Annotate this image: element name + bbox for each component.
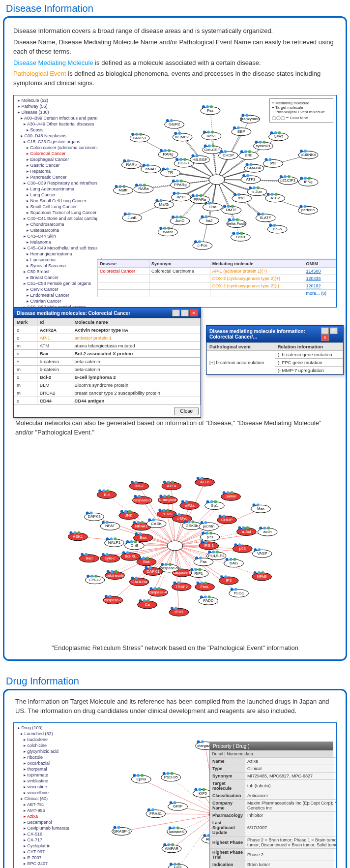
tree-item[interactable]: ▸ oxcarbazial xyxy=(16,760,99,766)
svg-text:fra2: fra2 xyxy=(206,218,213,223)
tree-item[interactable]: ▸ buclodene xyxy=(16,737,99,743)
svg-text:perforin: perforin xyxy=(301,208,315,213)
tree-item[interactable]: ▸ vinblastine xyxy=(16,778,99,784)
tree-item[interactable]: ▸ Hemangiopericytoma xyxy=(16,251,99,257)
tree-item[interactable]: ▸ ABT-751 xyxy=(16,802,99,807)
svg-point-635 xyxy=(201,741,204,744)
tree-item[interactable]: ▸ A00–B99 Certain infectious and parasit… xyxy=(16,115,99,121)
svg-point-165 xyxy=(166,119,169,122)
tree-item[interactable]: ▸ C00–D48 Neoplasms xyxy=(16,133,99,139)
tree-item[interactable]: ▸ vincristine xyxy=(16,784,99,790)
tree-item[interactable]: ▸ E-7007 xyxy=(16,855,99,861)
svg-point-409 xyxy=(73,531,76,534)
svg-point-324 xyxy=(224,575,227,578)
svg-point-120 xyxy=(155,199,158,202)
svg-text:Bcl-6: Bcl-6 xyxy=(273,227,282,231)
tree-item[interactable]: ▸ C30–C39 Respiratory and intrathoracic xyxy=(16,180,99,186)
tree-item[interactable]: ▸ Drug (100) xyxy=(16,725,99,731)
svg-point-84 xyxy=(194,240,197,243)
tree-item[interactable]: ▸ C50 Breast xyxy=(16,269,99,275)
tree-item[interactable]: ▸ CX-717 xyxy=(16,837,99,843)
tree-item[interactable]: ▸ C60–C63 Male genital organs xyxy=(16,304,99,308)
popup-dmm-info[interactable]: Disease mediating molecule information: … xyxy=(206,325,344,375)
svg-point-485 xyxy=(181,500,184,503)
popup-dmm-title[interactable]: Disease mediating molecules: Colorectal … xyxy=(14,308,201,318)
svg-point-449 xyxy=(131,481,134,484)
tree-item[interactable]: ▸ vinorelbine xyxy=(16,790,99,796)
disease-info-table[interactable]: Disease Synonym Mediating molecule OMIM … xyxy=(97,259,336,307)
svg-point-183 xyxy=(192,155,195,157)
disease-network[interactable]: ━ Mediating molecule ━ Target molecule ┄… xyxy=(97,95,336,258)
tree-item[interactable]: ▸ Becampenol xyxy=(16,819,99,825)
svg-text:cyclinD1: cyclinD1 xyxy=(256,144,271,148)
tree-item[interactable]: ▸ Esophageal Cancer xyxy=(16,156,99,162)
tree-item[interactable]: ▸ EPC-2407 xyxy=(16,861,99,867)
tree-item[interactable]: ▸ Molecule (52) xyxy=(16,97,99,103)
tree-item[interactable]: ▸ Synovial Sarcoma xyxy=(16,263,99,269)
window-buttons[interactable]: _□× xyxy=(320,327,340,341)
tree-item[interactable]: ▸ Small Cell Lung Cancer xyxy=(16,204,99,210)
tree-item[interactable]: ▸ Lung Cancer xyxy=(16,192,99,198)
drug-property-panel[interactable]: Property ( Drug ) Detail | Numeric data … xyxy=(209,742,333,868)
tree-item[interactable]: ▸ Colon cancer (adenoma carcinoma s xyxy=(16,145,99,151)
tree-item[interactable]: ▸ colchicine xyxy=(16,743,99,748)
svg-text:PARP-1: PARP-1 xyxy=(133,136,147,140)
tree-item[interactable]: ▸ CYT-997 xyxy=(16,849,99,855)
tree-item[interactable]: ▸ glycyrrhizic acid xyxy=(16,748,99,754)
tree-item[interactable]: ▸ Azixa xyxy=(16,813,99,819)
svg-point-527 xyxy=(246,526,249,529)
tree-item[interactable]: ▸ Disease (130) xyxy=(16,109,99,115)
popup-dmm[interactable]: Disease mediating molecules: Colorectal … xyxy=(13,308,201,418)
svg-text:DAG: DAG xyxy=(230,561,238,565)
tree-item[interactable]: ▸ A30–A49 Other bacterial diseases xyxy=(16,121,99,127)
tree-item[interactable]: ▸ C15–C26 Digestive organs xyxy=(16,139,99,145)
svg-point-169 xyxy=(175,158,178,161)
tree-item[interactable]: ▸ Hepatoma xyxy=(16,168,99,174)
tree-item[interactable]: ▸ Gastric Cancer xyxy=(16,162,99,168)
tree-item[interactable]: ▸ C40–C41 Bone and articular cartilage xyxy=(16,216,99,221)
tree-item[interactable]: ▸ Endometrial Cancer xyxy=(16,292,99,298)
tree-item[interactable]: ▸ Sepsis xyxy=(16,127,99,133)
tree-item[interactable]: ▸ Clinical (60) xyxy=(16,796,99,802)
tree-item[interactable]: ▸ ribozole xyxy=(16,754,99,760)
tree-item[interactable]: ▸ CX-516 xyxy=(16,831,99,837)
tree-item[interactable]: ▸ Pancreatic Cancer xyxy=(16,174,99,180)
disease-tree[interactable]: ▸ Molecule (52)▸ Pathway (56)▸ Disease (… xyxy=(14,95,102,308)
svg-point-526 xyxy=(242,526,245,529)
tree-item[interactable]: ▸ C43–C44 Skin xyxy=(16,233,99,239)
svg-point-67 xyxy=(261,213,264,216)
tree-item[interactable]: ▸ Chondrosarcoma xyxy=(16,221,99,227)
close-button[interactable]: Close xyxy=(174,407,199,415)
tree-item[interactable]: ▸ Pathway (56) xyxy=(16,103,99,109)
tree-item[interactable]: ▸ C45–C49 Mesothelial and soft tissue xyxy=(16,245,99,251)
tree-item[interactable]: ▸ AMT-955 xyxy=(16,807,99,813)
svg-point-391 xyxy=(111,570,114,573)
tree-item[interactable]: ▸ C51–C58 Female genital organs xyxy=(16,280,99,286)
svg-text:fra1: fra1 xyxy=(238,196,245,200)
popup-info-title[interactable]: Disease mediating molecule information: … xyxy=(206,326,343,342)
tree-item[interactable]: ▸ Cycloplatrin xyxy=(16,843,99,849)
tree-item[interactable]: ▸ Ovarian Cancer xyxy=(16,298,99,304)
tree-item[interactable]: ▸ Cervix Cancer xyxy=(16,286,99,292)
pathological-network[interactable]: IRS-1DAGPLCgPI,4,5-P2IP3FADDFasFasLIP3RR… xyxy=(13,444,337,641)
svg-point-111 xyxy=(124,213,127,216)
tree-item[interactable]: ▸ Non-Small Cell Lung Cancer xyxy=(16,198,99,204)
tree-item[interactable]: ▸ Squamous Tumor of Lung Cancer xyxy=(16,210,99,216)
tree-item[interactable]: ▸ Lung Adenocarcinoma xyxy=(16,186,99,192)
tree-item[interactable]: ▸ topiramate xyxy=(16,772,99,778)
tree-item[interactable]: ▸ Osteosarcoma xyxy=(16,227,99,233)
tree-item[interactable]: ▸ Colorectal Cancer xyxy=(16,151,99,156)
svg-text:c-Myc: c-Myc xyxy=(177,516,187,521)
prop-tabs[interactable]: Detail | Numeric data xyxy=(210,750,333,757)
tree-item[interactable]: ▸ Launched (62) xyxy=(16,731,99,737)
tree-item[interactable]: ▸ Breast Cancer xyxy=(16,275,99,280)
svg-text:CASK: CASK xyxy=(151,521,162,526)
drug-tree[interactable]: ▸ Drug (100)▸ Launched (62)▸ buclodene▸ … xyxy=(14,723,102,868)
tree-item[interactable]: ▸ Ceviplumab fumarate xyxy=(16,825,99,831)
tree-item[interactable]: ▸ Melanoma xyxy=(16,239,99,245)
svg-text:Ref-1: Ref-1 xyxy=(206,134,216,138)
tree-item[interactable]: ▸ Liposarcoma xyxy=(16,257,99,263)
window-buttons[interactable]: _□× xyxy=(171,310,198,316)
tree-item[interactable]: ▸ thorpental xyxy=(16,766,99,772)
svg-point-350 xyxy=(173,581,176,584)
